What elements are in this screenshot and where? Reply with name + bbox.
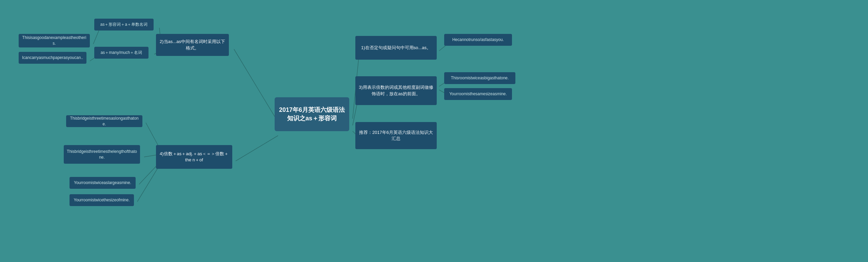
branch-lb1: 2)当as...as中间有名词时采用以下格式。: [156, 34, 229, 56]
leaf-ll2: as＋many/much＋名词: [94, 47, 149, 59]
leaf-rl3: Yourroomisthesamesizeasmine.: [444, 88, 512, 100]
leaf-ll6: Yourroomistwicethesizeofmine.: [70, 194, 134, 206]
branch-lb2: 4)倍数＋as＋adj.＋as＜＝＞倍数＋the n＋of: [156, 145, 232, 169]
branch-rb2: 3)用表示倍数的词或其他程度副词做修饰语时，放在as的前面。: [355, 76, 437, 105]
leaf-sll2: Icancarryasmuchpaperasyoucan..: [19, 52, 86, 64]
svg-line-0: [234, 49, 278, 122]
leaf-ll5: Yourroomistwiceaslargeasmine.: [70, 177, 136, 189]
center-node: 2017年6月英语六级语法 知识之as＋形容词: [275, 97, 349, 131]
branch-rb1: 1)在否定句或疑问句中可用so...as。: [355, 36, 437, 60]
svg-line-5: [236, 136, 278, 161]
branch-rb3: 推荐：2017年6月英语六级语法知识大汇总: [355, 122, 437, 149]
leaf-rl1: Hecannotrunso/asfastasyou.: [444, 34, 512, 46]
leaf-sll1: Thisisasgoodanexampleastheotheris.: [19, 34, 90, 47]
leaf-rl2: Thisroomistwiceasbigasthatone.: [444, 72, 515, 84]
leaf-ll3: Thisbridgeisthreetimesaslongasthatone.: [66, 115, 142, 127]
leaf-ll1: as＋形容词＋a＋单数名词: [94, 19, 154, 31]
leaf-ll4: Thisbridgeisthreetimesthelengthofthatone…: [64, 145, 140, 164]
